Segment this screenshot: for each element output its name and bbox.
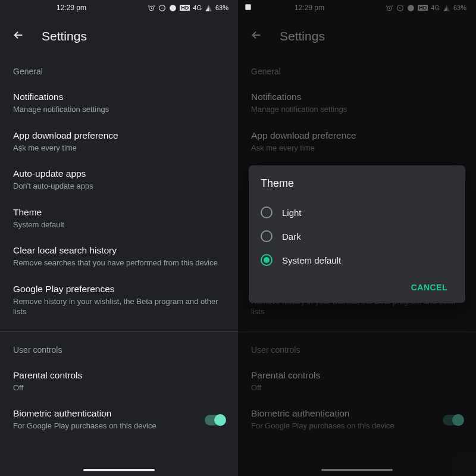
row-notifications[interactable]: Notifications Manage notification settin… xyxy=(0,84,238,123)
section-user-controls: User controls xyxy=(0,336,238,363)
radio-icon-selected xyxy=(261,254,273,266)
svg-rect-2 xyxy=(245,4,250,10)
row-app-download[interactable]: App download preference Ask me every tim… xyxy=(0,123,238,162)
section-general: General xyxy=(0,57,238,84)
row-title: Google Play preferences xyxy=(13,284,225,295)
screen-settings: 12:29 pm HD 4G 63% Settings General Noti… xyxy=(0,0,238,476)
row-play-prefs[interactable]: Google Play preferences Remove history i… xyxy=(0,277,238,325)
toggle-thumb xyxy=(214,414,226,426)
row-parental[interactable]: Parental controls Off xyxy=(0,363,238,402)
row-subtitle: Manage notification settings xyxy=(13,104,225,115)
screenshot-icon xyxy=(244,3,252,14)
data-saver-icon xyxy=(169,4,177,12)
status-icons: HD 4G 63% xyxy=(148,4,228,12)
arrow-left-icon xyxy=(12,29,25,42)
row-theme[interactable]: Theme System default xyxy=(0,200,238,239)
row-title: Biometric authentication xyxy=(13,408,156,419)
row-subtitle: For Google Play purchases on this device xyxy=(13,421,156,431)
row-subtitle: Off xyxy=(13,383,225,393)
row-subtitle: Remove history in your wishlist, the Bet… xyxy=(13,296,225,317)
row-title: Clear local search history xyxy=(13,245,225,256)
radio-label: Light xyxy=(282,208,302,218)
page-title: Settings xyxy=(42,29,87,43)
row-title: Notifications xyxy=(13,92,225,102)
screen-settings-dialog: 12:29 pm HD 4G 63% Settings General Noti… xyxy=(238,0,476,476)
alarm-icon xyxy=(148,4,155,12)
row-auto-update[interactable]: Auto-update apps Don't auto-update apps xyxy=(0,161,238,200)
radio-icon xyxy=(261,230,273,242)
signal-icon xyxy=(205,4,212,12)
row-title: Parental controls xyxy=(13,370,225,381)
row-title: Auto-update apps xyxy=(13,168,225,179)
network-label: 4G xyxy=(193,4,202,11)
volte-icon: HD xyxy=(180,5,190,11)
row-subtitle: Don't auto-update apps xyxy=(13,181,225,192)
theme-dialog: Theme Light Dark System default CANCEL xyxy=(249,165,465,303)
radio-label: System default xyxy=(282,255,341,265)
dnd-icon xyxy=(158,4,166,12)
dialog-title: Theme xyxy=(261,177,453,190)
biometric-toggle[interactable] xyxy=(205,415,225,425)
row-title: Theme xyxy=(13,207,225,218)
row-title: App download preference xyxy=(13,130,225,141)
row-biometric[interactable]: Biometric authentication For Google Play… xyxy=(0,401,238,440)
row-subtitle: Ask me every time xyxy=(13,143,225,154)
radio-label: Dark xyxy=(282,231,301,242)
radio-system-default[interactable]: System default xyxy=(261,248,453,272)
gesture-bar[interactable] xyxy=(83,469,155,471)
back-button[interactable] xyxy=(12,29,25,44)
radio-icon xyxy=(261,206,273,218)
row-clear-history[interactable]: Clear local search history Remove search… xyxy=(0,238,238,277)
row-subtitle: System default xyxy=(13,220,225,230)
settings-list[interactable]: General Notifications Manage notificatio… xyxy=(0,57,238,440)
row-subtitle: Remove searches that you have performed … xyxy=(13,258,225,268)
radio-light[interactable]: Light xyxy=(261,201,453,224)
status-bar: 12:29 pm HD 4G 63% xyxy=(0,0,238,15)
cancel-button[interactable]: CANCEL xyxy=(405,278,453,297)
dialog-actions: CANCEL xyxy=(261,272,453,297)
divider xyxy=(0,331,238,332)
status-time: 12:29 pm xyxy=(57,4,86,12)
radio-dark[interactable]: Dark xyxy=(261,224,453,248)
battery-label: 63% xyxy=(215,4,228,11)
